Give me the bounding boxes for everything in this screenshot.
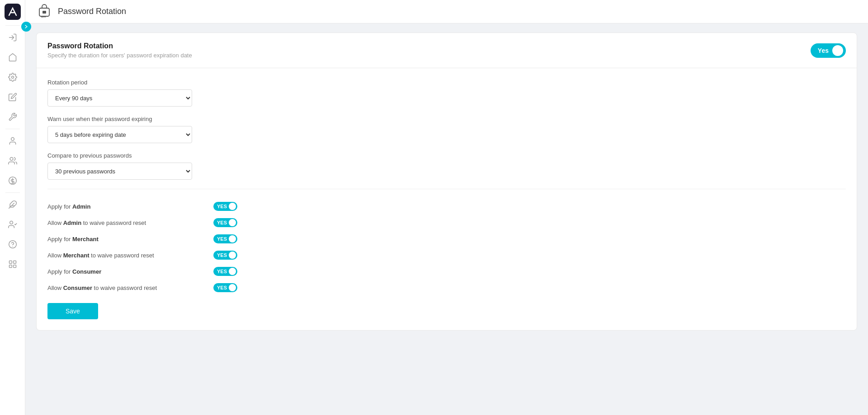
svg-point-6 xyxy=(9,241,16,248)
allow-merchant-toggle-knob xyxy=(229,252,236,259)
apply-merchant-toggle-knob xyxy=(229,235,236,242)
toggle-row-allow-admin: Allow Admin to waive password reset YES xyxy=(47,214,237,231)
main-wrapper: MFA Password Rotation Password Rotation … xyxy=(25,0,868,415)
topbar: MFA Password Rotation xyxy=(25,0,868,23)
toggle-row-apply-consumer: Apply for Consumer YES xyxy=(47,263,237,280)
app-logo[interactable] xyxy=(5,4,21,20)
apply-merchant-label: Apply for Merchant xyxy=(47,236,99,242)
toggle-row-allow-consumer: Allow Consumer to waive password reset Y… xyxy=(47,280,237,296)
warn-label: Warn user when their password expiring xyxy=(47,116,846,122)
rotation-period-select[interactable]: Every 90 days Every 30 days Every 60 day… xyxy=(47,89,192,107)
svg-rect-9 xyxy=(9,265,12,268)
warn-select[interactable]: 5 days before expiring date 3 days befor… xyxy=(47,126,192,143)
allow-admin-toggle[interactable]: YES xyxy=(213,218,237,227)
allow-admin-toggle-label: YES xyxy=(217,220,227,225)
sidebar-item-users[interactable] xyxy=(4,152,22,170)
sidebar-item-dollar[interactable] xyxy=(4,172,22,190)
svg-point-5 xyxy=(9,221,13,224)
allow-consumer-toggle-label: YES xyxy=(217,285,227,290)
compare-section: Compare to previous passwords 30 previou… xyxy=(47,152,846,180)
sidebar-item-edit[interactable] xyxy=(4,88,22,106)
main-toggle-knob xyxy=(832,45,843,56)
sidebar-item-user-check[interactable] xyxy=(4,215,22,233)
sidebar-item-tools[interactable] xyxy=(4,108,22,126)
card-subtitle: Specify the duration for users' password… xyxy=(47,52,192,59)
allow-merchant-toggle-label: YES xyxy=(217,252,227,258)
apply-consumer-label: Apply for Consumer xyxy=(47,268,101,275)
toggle-row-apply-merchant: Apply for Merchant YES xyxy=(47,231,237,247)
rotation-period-label: Rotation period xyxy=(47,79,846,86)
sidebar xyxy=(0,0,25,415)
svg-rect-10 xyxy=(13,265,16,268)
svg-rect-0 xyxy=(5,4,21,20)
sidebar-item-grid[interactable] xyxy=(4,255,22,273)
sidebar-divider-lower xyxy=(5,192,20,193)
content-area: Password Rotation Specify the duration f… xyxy=(25,23,868,415)
svg-rect-12 xyxy=(42,11,46,14)
svg-rect-7 xyxy=(9,261,12,264)
apply-admin-toggle-knob xyxy=(229,203,236,210)
save-button[interactable]: Save xyxy=(47,303,98,319)
sidebar-item-plugin[interactable] xyxy=(4,196,22,214)
sidebar-item-home[interactable] xyxy=(4,48,22,66)
allow-consumer-toggle[interactable]: YES xyxy=(213,283,237,292)
svg-point-1 xyxy=(11,76,14,79)
svg-point-2 xyxy=(11,138,14,141)
card-title: Password Rotation xyxy=(47,42,192,50)
allow-admin-label: Allow Admin to waive password reset xyxy=(47,219,146,226)
toggle-row-allow-merchant: Allow Merchant to waive password reset Y… xyxy=(47,247,237,263)
card-header: Password Rotation Specify the duration f… xyxy=(37,33,857,68)
sidebar-item-settings[interactable] xyxy=(4,68,22,86)
apply-merchant-toggle[interactable]: YES xyxy=(213,234,237,243)
apply-consumer-toggle[interactable]: YES xyxy=(213,267,237,276)
sidebar-divider-mid xyxy=(5,129,20,129)
allow-consumer-toggle-knob xyxy=(229,284,236,291)
toggle-row-apply-admin: Apply for Admin YES xyxy=(47,198,237,214)
warn-section: Warn user when their password expiring 5… xyxy=(47,116,846,143)
main-toggle-label: Yes xyxy=(818,47,829,54)
topbar-title: Password Rotation xyxy=(58,7,126,16)
card-body: Rotation period Every 90 days Every 30 d… xyxy=(37,68,857,330)
svg-point-3 xyxy=(10,158,13,161)
main-toggle[interactable]: Yes xyxy=(811,43,846,58)
apply-admin-toggle[interactable]: YES xyxy=(213,202,237,211)
svg-text:MFA: MFA xyxy=(41,15,46,18)
compare-select[interactable]: 30 previous passwords 10 previous passwo… xyxy=(47,163,192,180)
apply-consumer-toggle-knob xyxy=(229,268,236,275)
apply-merchant-toggle-label: YES xyxy=(217,236,227,242)
sidebar-item-user[interactable] xyxy=(4,132,22,150)
sidebar-collapse-button[interactable] xyxy=(21,22,31,32)
apply-consumer-toggle-label: YES xyxy=(217,269,227,274)
allow-admin-toggle-knob xyxy=(229,219,236,226)
password-rotation-card: Password Rotation Specify the duration f… xyxy=(36,33,857,331)
sidebar-item-signin[interactable] xyxy=(4,28,22,47)
allow-merchant-label: Allow Merchant to waive password reset xyxy=(47,252,154,259)
sidebar-item-help[interactable] xyxy=(4,235,22,253)
compare-label: Compare to previous passwords xyxy=(47,152,846,159)
apply-admin-toggle-label: YES xyxy=(217,204,227,209)
sidebar-divider-top xyxy=(5,25,20,26)
allow-consumer-label: Allow Consumer to waive password reset xyxy=(47,284,157,291)
allow-merchant-toggle[interactable]: YES xyxy=(213,251,237,260)
svg-rect-8 xyxy=(13,261,16,264)
card-header-info: Password Rotation Specify the duration f… xyxy=(47,42,192,59)
apply-admin-label: Apply for Admin xyxy=(47,203,90,210)
rotation-period-section: Rotation period Every 90 days Every 30 d… xyxy=(47,79,846,107)
separator xyxy=(47,189,846,189)
topbar-mfa-icon: MFA xyxy=(36,4,52,20)
